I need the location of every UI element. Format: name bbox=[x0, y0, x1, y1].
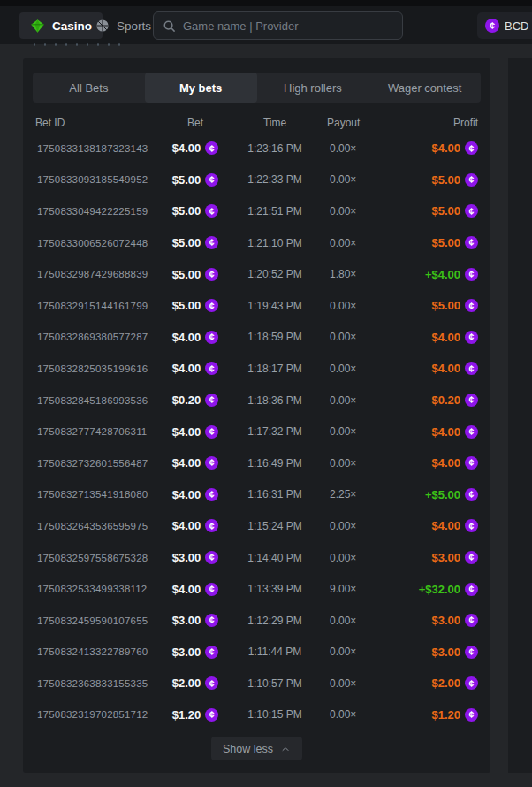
bcd-coin-icon: ¢ bbox=[485, 19, 499, 33]
table-row[interactable]: 1750833093185549952 $5.00 ¢ 1:22:33 PM 0… bbox=[35, 164, 478, 196]
bet-time: 1:10:15 PM bbox=[223, 708, 327, 721]
bet-time: 1:18:36 PM bbox=[223, 394, 327, 407]
table-row[interactable]: 1750833049422225159 $5.00 ¢ 1:21:51 PM 0… bbox=[35, 195, 478, 227]
bet-value: $5.00 bbox=[172, 236, 201, 249]
bet-time: 1:16:49 PM bbox=[223, 457, 327, 470]
profit-value: $4.00 bbox=[431, 331, 460, 344]
bet-id: 1750832533499338112 bbox=[35, 584, 168, 594]
table-row[interactable]: 1750833006526072448 $5.00 ¢ 1:21:10 PM 0… bbox=[35, 227, 478, 259]
game-search[interactable] bbox=[153, 11, 403, 40]
currency-code: BCD bbox=[505, 19, 528, 33]
bet-time: 1:18:17 PM bbox=[223, 363, 327, 375]
bet-id: 1750832597558675328 bbox=[35, 553, 168, 563]
coin-icon: ¢ bbox=[205, 456, 218, 470]
table-row[interactable]: 1750832987429688839 $5.00 ¢ 1:20:52 PM 1… bbox=[35, 258, 478, 290]
tab-all-bets[interactable]: All Bets bbox=[33, 73, 145, 103]
bet-value: $2.00 bbox=[172, 676, 201, 690]
bet-profit: $4.00 ¢ bbox=[382, 362, 478, 375]
table-row[interactable]: 1750832777428706311 $4.00 ¢ 1:17:32 PM 0… bbox=[35, 416, 478, 447]
bet-id: 1750832825035199616 bbox=[35, 363, 168, 374]
bet-profit: $4.00 ¢ bbox=[382, 331, 478, 344]
bet-amount: $0.20 ¢ bbox=[168, 394, 223, 407]
bet-value: $4.00 bbox=[172, 583, 201, 596]
bet-id: 1750833006526072448 bbox=[35, 238, 168, 248]
header-bet: Bet bbox=[168, 117, 223, 129]
bet-time: 1:14:40 PM bbox=[223, 552, 327, 564]
table-row[interactable]: 1750832363833155335 $2.00 ¢ 1:10:57 PM 0… bbox=[35, 668, 478, 699]
bet-profit: +$32.00 ¢ bbox=[382, 583, 478, 596]
sports-nav-button[interactable]: Sports bbox=[85, 12, 162, 39]
bet-profit: $5.00 ¢ bbox=[382, 236, 478, 249]
bet-payout: 0.00× bbox=[327, 457, 382, 470]
bet-payout: 0.00× bbox=[327, 646, 382, 658]
profit-value: +$5.00 bbox=[425, 488, 460, 501]
coin-icon: ¢ bbox=[465, 676, 478, 690]
table-row[interactable]: 1750832713541918080 $4.00 ¢ 1:16:31 PM 2… bbox=[35, 479, 478, 511]
bet-id: 1750832777428706311 bbox=[35, 426, 168, 437]
tab-wager-contest[interactable]: Wager contest bbox=[369, 73, 481, 103]
bet-value: $3.00 bbox=[172, 646, 201, 659]
bet-payout: 0.00× bbox=[327, 708, 382, 721]
table-row[interactable]: 1750832413322789760 $3.00 ¢ 1:11:44 PM 0… bbox=[35, 637, 478, 669]
table-row[interactable]: 1750832915144161799 $5.00 ¢ 1:19:43 PM 0… bbox=[35, 290, 478, 322]
currency-selector[interactable]: ¢ BCD bbox=[477, 12, 532, 39]
bet-value: $4.00 bbox=[172, 425, 201, 439]
bet-payout: 0.00× bbox=[327, 205, 382, 218]
casino-gem-icon bbox=[30, 19, 45, 34]
table-row[interactable]: 1750833138187323143 $4.00 ¢ 1:23:16 PM 0… bbox=[35, 133, 478, 164]
table-row[interactable]: 1750832459590107655 $3.00 ¢ 1:12:29 PM 0… bbox=[35, 605, 478, 637]
table-row[interactable]: 1750832732601556487 $4.00 ¢ 1:16:49 PM 0… bbox=[35, 447, 478, 479]
bet-id: 1750832869380577287 bbox=[35, 332, 168, 342]
table-row[interactable]: 1750832597558675328 $3.00 ¢ 1:14:40 PM 0… bbox=[35, 542, 478, 574]
table-row[interactable]: 1750832319702851712 $1.20 ¢ 1:10:15 PM 0… bbox=[35, 699, 478, 731]
bet-amount: $4.00 ¢ bbox=[168, 141, 223, 155]
search-input[interactable] bbox=[183, 19, 393, 33]
tab-high-rollers[interactable]: High rollers bbox=[257, 73, 369, 103]
coin-icon: ¢ bbox=[205, 614, 218, 627]
bet-payout: 0.00× bbox=[327, 237, 382, 249]
coin-icon: ¢ bbox=[205, 583, 218, 596]
header-payout: Payout bbox=[327, 117, 382, 129]
coin-icon: ¢ bbox=[465, 519, 478, 532]
profit-value: $4.00 bbox=[431, 456, 460, 470]
profit-value: $3.00 bbox=[431, 614, 460, 627]
bet-payout: 1.80× bbox=[327, 268, 382, 280]
bet-value: $3.00 bbox=[172, 551, 201, 564]
tab-my-bets[interactable]: My bets bbox=[145, 73, 257, 103]
show-less-button[interactable]: Show less bbox=[211, 737, 302, 760]
profit-value: +$32.00 bbox=[419, 583, 460, 596]
coin-icon: ¢ bbox=[465, 551, 478, 564]
bet-profit: $3.00 ¢ bbox=[382, 614, 478, 627]
coin-icon: ¢ bbox=[205, 519, 218, 532]
coin-icon: ¢ bbox=[465, 299, 478, 312]
bet-id: 1750833093185549952 bbox=[35, 174, 168, 185]
bet-profit: $5.00 ¢ bbox=[382, 299, 478, 312]
top-strip bbox=[0, 0, 532, 6]
bet-value: $5.00 bbox=[172, 299, 201, 312]
coin-icon: ¢ bbox=[205, 331, 218, 344]
bet-profit: $1.20 ¢ bbox=[382, 708, 478, 722]
sports-label: Sports bbox=[117, 19, 151, 33]
top-nav: Casino Sports ¢ BCD bbox=[0, 6, 532, 44]
profit-value: $5.00 bbox=[431, 173, 460, 187]
coin-icon: ¢ bbox=[465, 331, 478, 344]
profit-value: $4.00 bbox=[431, 425, 460, 439]
table-row[interactable]: 1750832845186993536 $0.20 ¢ 1:18:36 PM 0… bbox=[35, 385, 478, 416]
coin-icon: ¢ bbox=[465, 394, 478, 407]
bet-amount: $4.00 ¢ bbox=[168, 425, 223, 439]
table-row[interactable]: 1750832869380577287 $4.00 ¢ 1:18:59 PM 0… bbox=[35, 322, 478, 354]
bet-amount: $4.00 ¢ bbox=[168, 331, 223, 344]
bet-profit: +$4.00 ¢ bbox=[382, 268, 478, 281]
bet-time: 1:18:59 PM bbox=[223, 331, 327, 343]
bets-table-body: 1750833138187323143 $4.00 ¢ 1:23:16 PM 0… bbox=[35, 133, 478, 730]
bet-payout: 0.00× bbox=[327, 552, 382, 564]
coin-icon: ¢ bbox=[465, 236, 478, 249]
bet-amount: $5.00 ¢ bbox=[168, 236, 223, 249]
bet-id: 1750832319702851712 bbox=[35, 709, 168, 720]
show-less-label: Show less bbox=[223, 743, 273, 755]
table-row[interactable]: 1750832533499338112 $4.00 ¢ 1:13:39 PM 9… bbox=[35, 573, 478, 605]
table-row[interactable]: 1750832825035199616 $4.00 ¢ 1:18:17 PM 0… bbox=[35, 353, 478, 385]
table-row[interactable]: 1750832643536595975 $4.00 ¢ 1:15:24 PM 0… bbox=[35, 510, 478, 542]
bet-id: 1750832915144161799 bbox=[35, 301, 168, 311]
coin-icon: ¢ bbox=[465, 425, 478, 439]
